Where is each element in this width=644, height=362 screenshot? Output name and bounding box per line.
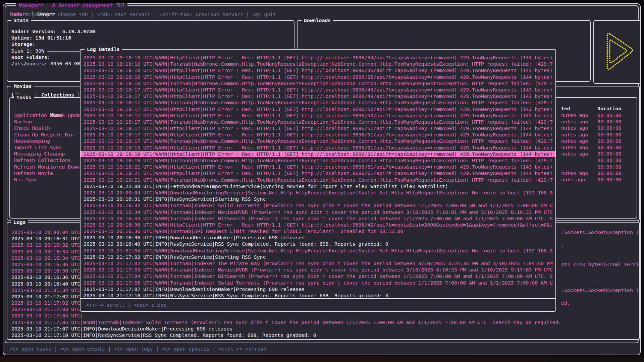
desktop-background: Managarr — A Servarr management TUI Rada… <box>0 0 644 362</box>
log-line[interactable]: 2025-03-10 20:16:36 UTC|WARN|Torznab|API… <box>80 228 555 234</box>
task-last-executed: nutes ago <box>561 112 588 118</box>
log-line[interactable]: 2025-03-10 20:16:36 UTC|WARN|HttpClient|… <box>80 222 555 228</box>
log-line[interactable]: 2025-03-10 20:16:34 UTC|WARN|Torznab|Ind… <box>80 215 555 222</box>
task-name: Refresh Movie <box>14 170 53 176</box>
modal-keybind-hints: <↑↓←→> scroll | <esc> close <box>86 302 167 308</box>
tasks-header-executed: ted <box>561 105 570 112</box>
desktop-wallpaper-strip <box>0 356 644 362</box>
stat-version: Radarr Version: 5.19.3.9730 <box>11 28 294 35</box>
log-line[interactable]: 2025-03-10 19:18:17 UTC|WARN|Torznab|Nzb… <box>80 99 555 106</box>
log-line[interactable]: 2025-03-10 19:18:19 UTC|WARN|Torznab|Nzb… <box>80 157 555 164</box>
log-line[interactable]: 2025-03-10 20:00:04 UTC|WARN|DownloadMon… <box>80 189 555 196</box>
log-line[interactable]: 2025-03-10 19:18:17 UTC|WARN|HttpClient|… <box>80 125 555 131</box>
log-row-fragment: sts (143 bytes)<?xml versi <box>561 261 639 267</box>
log-line[interactable]: 2025-03-10 19:18:17 UTC|WARN|Torznab|Nzb… <box>80 138 555 144</box>
task-duration: 00:00:00 <box>597 164 621 170</box>
log-row-fragment: ed. <box>561 300 570 306</box>
movies-panel-title: Movies <box>11 83 34 89</box>
log-line[interactable]: 2025-03-10 21:17:07 UTC|INFO|DownloadDec… <box>80 286 555 292</box>
log-line[interactable]: 2025-03-10 21:01:34 UTC|WARN|DownloadMon… <box>80 247 555 254</box>
log-line[interactable]: 2025-03-10 21:17:03 UTC|WARN|Torznab|Ind… <box>80 266 555 273</box>
task-duration: 00:00:00 <box>597 125 621 131</box>
task-duration: 00:00:00 <box>597 138 621 144</box>
log-line[interactable]: 2025-03-10 19:18:10 UTC|WARN|Torznab|Nzb… <box>80 61 555 67</box>
log-row-text: 2025-03-10 20:16:34 UTC| <box>11 249 83 254</box>
task-name: Application Check Update <box>14 112 86 118</box>
log-row-text: 2025-03-10 21:17:04 UTC| <box>11 313 83 318</box>
log-row-fragment: .Sockets.SocketException ( <box>561 287 639 293</box>
task-last-executed: nutes ago <box>561 144 588 150</box>
log-line[interactable]: 2025-03-10 19:18:17 UTC|WARN|HttpClient|… <box>80 106 555 112</box>
log-line[interactable]: 2025-03-10 21:17:02 UTC|INFO|RssSyncServ… <box>80 254 555 260</box>
movies-tab-trailing-separator: │ <box>74 92 80 98</box>
log-line[interactable]: 2025-03-10 19:18:21 UTC|WARN|HttpClient|… <box>80 170 555 176</box>
log-line[interactable]: 2025-03-10 19:18:17 UTC|WARN|Torznab|Nzb… <box>80 119 555 125</box>
log-line[interactable]: 2025-03-10 19:18:10 UTC|WARN|HttpClient|… <box>80 74 555 80</box>
task-last-executed: nutes ago <box>561 138 588 144</box>
log-line[interactable]: 2025-03-10 19:18:21 UTC|WARN|HttpClient|… <box>80 164 555 170</box>
log-line[interactable]: 2025-03-10 19:18:17 UTC|WARN|HttpClient|… <box>80 112 555 119</box>
task-duration: 00:00:00 <box>597 157 621 163</box>
task-duration: 00:00:00 <box>597 150 621 157</box>
task-name: Clean Up Recycle Bin <box>14 132 74 137</box>
logo-panel <box>593 20 641 84</box>
task-name: Refresh Monitored Downlo <box>14 164 86 170</box>
radarr-logo-icon <box>599 27 636 77</box>
log-row-text: 2025-03-10 20:16:36 UTC| <box>11 261 83 267</box>
log-row-text: 2025-03-10 21:17:02 UTC| <box>11 294 83 299</box>
log-line[interactable]: 2025-03-10 19:18:10 UTC|WARN|HttpClient|… <box>80 67 555 73</box>
log-line[interactable]: 2025-03-10 19:18:21 UTC|WARN|Torznab|Nzb… <box>80 177 555 183</box>
stat-storage-label: Storage: <box>11 41 294 47</box>
log-row[interactable]: 2025-03-10 21:17:10 UTC|INFO|RssSyncServ… <box>11 332 639 338</box>
task-name: Messaging Cleanup <box>14 151 65 157</box>
downloads-panel-title: Downloads <box>302 17 333 23</box>
tasks-panel-title: Tasks <box>14 94 34 101</box>
log-line[interactable]: 2025-03-10 21:17:05 UTC|WARN|Torznab|Ind… <box>80 280 555 286</box>
log-lines[interactable]: 2025-03-10 19:18:10 UTC|WARN|HttpClient|… <box>80 50 555 298</box>
log-details-modal: Log Details 2025-03-10 19:18:10 UTC|WARN… <box>80 49 556 312</box>
log-row-text: 2025-03-10 21:17:03 UTC| <box>11 306 83 312</box>
log-line[interactable]: 2025-03-10 20:16:40 UTC|INFO|RssSyncServ… <box>80 241 555 247</box>
log-row[interactable]: 2025-03-10 21:17:05 UTC|WARN|Torznab|Ind… <box>11 319 639 325</box>
log-row-text: 2025-03-10 21:17:05 UTC|WARN|Torznab|Ind… <box>11 319 561 325</box>
tab-collections[interactable]: Collections <box>41 92 74 98</box>
task-name: Refresh Collections <box>14 157 71 163</box>
task-name: Housekeeping <box>14 138 50 144</box>
task-duration: 00:00:00 <box>597 112 621 118</box>
log-line[interactable]: 2025-03-10 19:18:17 UTC|WARN|HttpClient|… <box>80 93 555 99</box>
task-last-executed: nute ago <box>561 176 585 183</box>
task-duration: 00:00:00 <box>597 131 621 138</box>
log-line[interactable]: 2025-03-10 21:17:02 UTC|WARN|Torznab|Ind… <box>80 260 555 266</box>
log-row-text: 2025-03-10 21:17:02 UTC| <box>11 300 83 306</box>
task-last-executed: nutes ago <box>561 131 588 138</box>
task-name: Rss Sync <box>14 177 38 182</box>
log-row-fragment: .Sockets.SocketException ( <box>561 229 639 235</box>
log-line[interactable]: 2025-03-10 21:17:10 UTC|INFO|RssSyncServ… <box>80 292 555 298</box>
log-line[interactable]: 2025-03-10 19:18:19 UTC|WARN|HttpClient|… <box>80 144 555 151</box>
log-line[interactable]: 2025-03-10 19:18:17 UTC|WARN|HttpClient|… <box>80 131 555 138</box>
task-last-executed: nutes ago <box>561 125 588 131</box>
log-line[interactable]: 2025-03-10 19:18:10 UTC|WARN|Torznab|Nzb… <box>80 80 555 86</box>
task-duration: 00:00:00 <box>597 118 621 125</box>
log-line[interactable]: 2025-03-10 19:18:10 UTC|WARN|HttpClient|… <box>80 54 555 61</box>
log-line[interactable]: 2025-03-10 19:18:17 UTC|WARN|HttpClient|… <box>80 86 555 93</box>
log-line[interactable]: 2025-03-10 20:16:34 UTC|WARN|Torznab|Ind… <box>80 209 555 215</box>
logs-panel-title: Logs <box>11 219 28 225</box>
log-row[interactable]: 2025-03-10 21:17:07 UTC|INFO|DownloadDec… <box>11 325 639 332</box>
log-line[interactable]: 2025-03-10 20:16:31 UTC|INFO|RssSyncServ… <box>80 196 555 202</box>
log-line[interactable]: 2025-03-10 20:16:32 UTC|WARN|Torznab|Ind… <box>80 202 555 208</box>
log-row-fragment: . <box>561 242 564 248</box>
task-duration: 00:00:00 <box>597 176 621 183</box>
log-row-text: 2025-03-10 20:16:32 UTC| <box>11 242 83 248</box>
log-line[interactable]: 2025-03-10 20:16:36 UTC|INFO|DownloadDec… <box>80 234 555 241</box>
log-line[interactable]: 2025-03-10 19:18:19 UTC|WARN|HttpClient|… <box>80 151 555 157</box>
log-line[interactable]: 2025-03-10 19:22:00 UTC|INFO|FetchAndPar… <box>80 183 555 189</box>
task-duration: 00:00:00 <box>597 170 621 176</box>
log-row[interactable]: 2025-03-10 21:17:04 UTC| <box>11 312 639 319</box>
task-last-executed: nutes ago <box>561 150 588 157</box>
top-keybind-hints: <↑↓> scroll | ↔ change tab | <tab> next … <box>10 11 633 17</box>
log-row-text: 2025-03-10 21:17:07 UTC|INFO|DownloadDec… <box>11 326 232 331</box>
stat-uptime: Uptime: 13d 01:51:16 <box>11 35 294 41</box>
app-title: Managarr — A Servarr management TUI <box>16 3 127 9</box>
log-line[interactable]: 2025-03-10 21:17:04 UTC|WARN|Torznab|Ind… <box>80 273 555 279</box>
